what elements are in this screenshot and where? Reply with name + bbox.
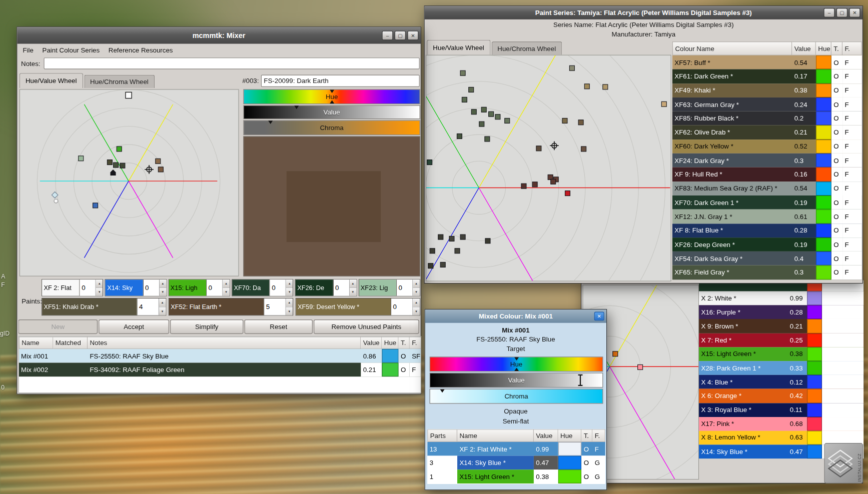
column-header-name[interactable]: Name — [457, 429, 534, 442]
paint-row[interactable]: XF83: Medium Sea Gray 2 (RAF) *0.54OF — [672, 182, 862, 196]
close-button[interactable]: ✕ — [594, 312, 604, 321]
desktop-icon-label[interactable]: 0 — [1, 384, 5, 390]
spin-down-icon[interactable]: ▼ — [223, 288, 229, 296]
column-header-hue[interactable]: Hue — [816, 42, 831, 56]
spin-down-icon[interactable]: ▼ — [159, 307, 166, 315]
mix-list-row[interactable]: Mix #002FS-34092: RAAF Foliage Green0.21… — [19, 362, 421, 376]
hue-value-wheel[interactable] — [426, 55, 671, 282]
paint-row[interactable]: X 2: White *0.99 — [699, 292, 863, 306]
simplify-button[interactable]: Simplify — [170, 320, 243, 334]
value-slider[interactable]: Value — [430, 372, 603, 388]
spin-down-icon[interactable]: ▼ — [286, 288, 293, 296]
paint-row[interactable]: XF49: Khaki *0.38OF — [672, 84, 862, 98]
parts-spinbox[interactable]: 0▲▼ — [206, 280, 230, 296]
paint-row[interactable]: X 9: Brown *0.21 — [699, 319, 863, 333]
notes-input[interactable] — [44, 58, 420, 69]
value-cursor[interactable] — [579, 375, 580, 386]
spin-up-icon[interactable]: ▲ — [223, 280, 229, 288]
titlebar[interactable]: Mixed Colour: Mix #001 ✕ — [425, 310, 606, 323]
hue-marker[interactable] — [330, 100, 334, 104]
hue-marker[interactable] — [514, 357, 519, 360]
paint-row[interactable]: XF 9: Hull Red *0.16OF — [672, 168, 862, 182]
spin-down-icon[interactable]: ▼ — [160, 288, 166, 296]
hue-slider[interactable]: Hue — [243, 89, 420, 104]
parts-spinbox[interactable]: 0▲▼ — [333, 280, 356, 296]
desktop-icon-label[interactable]: A — [1, 273, 5, 280]
spin-up-icon[interactable]: ▲ — [160, 280, 166, 288]
hue-slider[interactable]: Hue — [430, 356, 603, 372]
chroma-marker[interactable] — [268, 120, 273, 124]
spin-up-icon[interactable]: ▲ — [159, 298, 166, 307]
parts-spinbox[interactable]: 0▲▼ — [143, 280, 166, 296]
spin-up-icon[interactable]: ▲ — [286, 280, 293, 288]
column-header-hue[interactable]: Hue — [558, 429, 582, 442]
parts-spinbox[interactable]: 0▲▼ — [391, 298, 420, 315]
component-row[interactable]: 3X14: Sky Blue *0.47OG — [427, 456, 605, 470]
hue-marker[interactable] — [330, 90, 334, 93]
menu-paint-colour-series[interactable]: Paint Colour Series — [38, 45, 104, 56]
column-header-t[interactable]: T. — [581, 429, 592, 442]
titlebar[interactable]: Paint Series: Tamiya: Flat Acrylic (Pete… — [425, 6, 862, 20]
column-header-t[interactable]: T. — [831, 42, 842, 56]
spin-up-icon[interactable]: ▲ — [413, 298, 419, 307]
paint-row[interactable]: XF61: Dark Green *0.17OF — [672, 70, 862, 84]
tab-hue-chroma-wheel[interactable]: Hue/Chroma Wheel — [491, 42, 562, 55]
hue-value-wheel[interactable] — [20, 89, 239, 276]
paint-row[interactable]: XF60: Dark Yellow *0.52OF — [672, 140, 862, 154]
paint-row[interactable]: XF54: Dark Sea Gray *0.4OF — [672, 252, 862, 266]
tab-hue-value-wheel[interactable]: Hue/Value Wheel — [427, 40, 490, 55]
spin-up-icon[interactable]: ▲ — [96, 280, 103, 288]
column-header-value[interactable]: Value — [534, 429, 558, 442]
column-header-matched[interactable]: Matched — [53, 336, 88, 348]
column-header-value[interactable]: Value — [792, 42, 816, 56]
chroma-slider[interactable]: Chroma — [430, 389, 603, 404]
desktop-icon-label[interactable]: F — [1, 282, 5, 288]
paint-row[interactable]: XF65: Field Gray *0.3OF — [672, 266, 862, 280]
column-header-f[interactable]: F. — [410, 336, 421, 348]
paint-row[interactable]: XF26: Deep Green *0.19OF — [672, 238, 862, 252]
paint-row[interactable]: X 7: Red *0.25 — [699, 333, 863, 347]
reset-button[interactable]: Reset — [245, 320, 313, 334]
paint-row[interactable]: XF85: Rubber Black *0.2OF — [672, 112, 862, 126]
tab-hue-chroma-wheel[interactable]: Hue/Chroma Wheel — [84, 75, 155, 88]
column-header-hue[interactable]: Hue — [382, 336, 398, 348]
new-button[interactable]: New — [19, 320, 98, 334]
paint-row[interactable]: X 4: Blue *0.12 — [699, 375, 863, 389]
parts-spinbox[interactable]: 0▲▼ — [396, 280, 420, 296]
paint-row[interactable]: X 3: Royal Blue *0.11 — [699, 403, 863, 417]
spin-down-icon[interactable]: ▼ — [286, 307, 293, 315]
column-header-colour-name[interactable]: Colour Name — [672, 42, 792, 56]
paint-row[interactable]: XF12: J.N. Gray 1 *0.61OF — [672, 210, 862, 224]
menu-file[interactable]: File — [19, 45, 38, 56]
close-button[interactable]: ✕ — [849, 8, 860, 18]
hue-marker[interactable] — [514, 368, 519, 371]
parts-spinbox[interactable]: 5▲▼ — [264, 298, 293, 315]
paint-row[interactable]: X15: Light Green *0.38 — [699, 347, 863, 361]
paint-row[interactable]: X17: Pink *0.68 — [699, 417, 863, 431]
titlebar[interactable]: mcmmtk: Mixer –▢✕ — [17, 27, 421, 44]
value-marker[interactable] — [294, 106, 299, 110]
paint-row-selected[interactable]: X28: Park Green 1 *0.33 — [699, 361, 863, 375]
spin-down-icon[interactable]: ▼ — [413, 288, 419, 296]
column-header-value[interactable]: Value — [361, 336, 382, 348]
paint-row[interactable]: X16: Purple *0.28 — [699, 306, 863, 320]
minimize-button[interactable]: – — [382, 30, 393, 40]
spin-up-icon[interactable]: ▲ — [413, 280, 419, 288]
tab-hue-value-wheel[interactable]: Hue/Value Wheel — [20, 73, 83, 88]
column-header-notes[interactable]: Notes — [88, 336, 361, 348]
column-header-name[interactable]: Name — [19, 336, 54, 348]
column-header-f[interactable]: F. — [842, 42, 862, 56]
parts-spinbox[interactable]: 0▲▼ — [80, 280, 103, 296]
maximize-button[interactable]: ▢ — [836, 8, 847, 18]
component-row[interactable]: 1X15: Light Green *0.38OG — [427, 470, 605, 484]
spin-down-icon[interactable]: ▼ — [350, 288, 356, 296]
accept-button[interactable]: Accept — [99, 320, 169, 334]
paint-row[interactable]: XF57: Buff *0.54OF — [672, 56, 862, 70]
spin-down-icon[interactable]: ▼ — [96, 288, 103, 296]
menu-reference-resources[interactable]: Reference Resources — [104, 45, 177, 56]
mix-list-row[interactable]: Mix #001FS-25550: RAAF Sky Blue0.86OSF — [19, 349, 421, 363]
chroma-slider[interactable]: Chroma — [243, 120, 420, 135]
parts-spinbox[interactable]: 0▲▼ — [270, 280, 293, 296]
mix-id-input[interactable]: FS-20099: Dark Earth — [261, 75, 420, 87]
column-header-parts[interactable]: Parts — [427, 429, 457, 442]
